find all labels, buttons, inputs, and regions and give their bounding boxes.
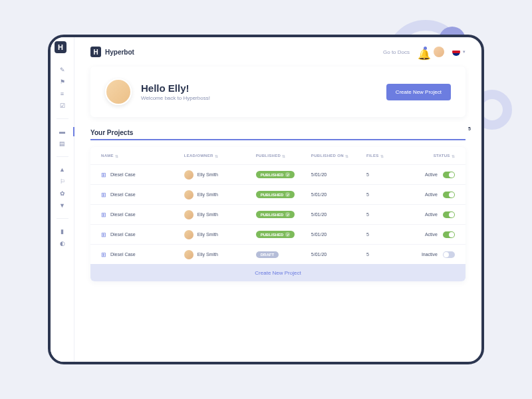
- published-date: 5/01/20: [311, 232, 366, 237]
- col-status[interactable]: STATUS⇅: [400, 154, 455, 158]
- published-date: 5/01/20: [311, 212, 366, 217]
- language-selector[interactable]: ▾: [452, 48, 466, 56]
- status-toggle[interactable]: [443, 251, 455, 258]
- col-published-on[interactable]: PUBLISHED ON⇅: [311, 154, 366, 158]
- topbar: H Hyperbot Go to Docs 🔔 ▾: [90, 47, 466, 57]
- check-icon: ✓: [285, 212, 290, 217]
- published-date: 5/01/20: [311, 192, 366, 197]
- project-name: Diesel Case: [110, 172, 136, 177]
- welcome-subtitle: Welcome back to Hyperboss!: [141, 95, 210, 101]
- chevron-down-icon: ▾: [463, 49, 466, 55]
- group-icon[interactable]: ⚐: [59, 178, 66, 185]
- status-toggle[interactable]: [443, 192, 455, 198]
- settings-icon[interactable]: ✿: [59, 190, 66, 197]
- project-icon: ⊞: [101, 172, 106, 178]
- project-icon: ⊞: [101, 251, 106, 258]
- filter-icon[interactable]: ▼: [59, 202, 66, 209]
- status-text: Active: [425, 232, 438, 237]
- files-count: 5: [366, 232, 400, 237]
- table-row[interactable]: ⊞Diesel CaseElly SmithPUBLISHED✓5/01/205…: [90, 224, 466, 244]
- status-text: Active: [425, 192, 438, 197]
- check-icon: ✓: [285, 192, 290, 197]
- nav-divider: [57, 156, 68, 157]
- published-date: 5/01/20: [311, 252, 366, 257]
- sidebar: ✎ ⚑ ≡ ☑ ▬ ▤ ▲ ⚐ ✿ ▼ ▮ ◐: [51, 37, 74, 362]
- notifications-icon[interactable]: 🔔: [418, 48, 426, 56]
- section-title-text: Your Projects: [90, 129, 133, 136]
- status-toggle[interactable]: [443, 231, 455, 238]
- briefcase-icon[interactable]: ▬: [59, 128, 66, 135]
- edit-icon[interactable]: ✎: [59, 66, 66, 73]
- sort-icon: ⇅: [452, 154, 455, 158]
- col-name[interactable]: NAME⇅: [101, 154, 184, 158]
- section-title: Your Projects5: [90, 129, 466, 140]
- owner-avatar: [184, 250, 194, 259]
- files-count: 5: [366, 252, 400, 257]
- files-count: 5: [366, 212, 400, 217]
- brand-badge: H: [90, 47, 101, 57]
- share-icon[interactable]: ⚑: [59, 78, 66, 85]
- table-header: NAME⇅ LEAD/OWNER⇅ PUBLISHED⇅ PUBLISHED O…: [90, 147, 466, 164]
- notification-dot: [424, 47, 427, 50]
- help-icon[interactable]: ◐: [59, 240, 66, 247]
- user-icon[interactable]: ▲: [59, 166, 66, 173]
- status-toggle[interactable]: [443, 211, 455, 218]
- status-badge: PUBLISHED✓: [256, 191, 295, 198]
- status-badge: PUBLISHED✓: [256, 231, 295, 238]
- project-icon: ⊞: [101, 231, 106, 238]
- table-row[interactable]: ⊞Diesel CaseElly SmithPUBLISHED✓5/01/205…: [90, 204, 466, 224]
- table-row[interactable]: ⊞Diesel CaseElly SmithDRAFT5/01/205Inact…: [90, 244, 466, 264]
- status-badge: DRAFT: [256, 251, 279, 258]
- table-row[interactable]: ⊞Diesel CaseElly SmithPUBLISHED✓5/01/205…: [90, 184, 466, 204]
- create-project-footer[interactable]: Create New Project: [90, 264, 466, 281]
- owner-avatar: [184, 170, 194, 180]
- owner-avatar: [184, 210, 194, 219]
- owner-name: Elly Smith: [198, 172, 218, 177]
- col-published[interactable]: PUBLISHED⇅: [256, 154, 311, 158]
- create-project-button[interactable]: Create New Project: [386, 84, 451, 100]
- table-row[interactable]: ⊞Diesel CaseElly SmithPUBLISHED✓5/01/205…: [90, 164, 466, 184]
- project-count: 5: [468, 126, 471, 131]
- col-lead[interactable]: LEAD/OWNER⇅: [184, 154, 256, 158]
- sort-icon: ⇅: [115, 154, 118, 158]
- project-icon: ⊞: [101, 192, 106, 198]
- status-badge: PUBLISHED✓: [256, 171, 295, 178]
- owner-name: Elly Smith: [198, 232, 218, 237]
- app-logo-badge: H: [55, 41, 66, 53]
- main-content: H Hyperbot Go to Docs 🔔 ▾ Hello Elly! We…: [74, 37, 481, 362]
- status-text: Active: [425, 212, 438, 217]
- files-count: 5: [366, 192, 400, 197]
- check-icon[interactable]: ☑: [59, 102, 66, 109]
- project-name: Diesel Case: [110, 192, 136, 197]
- welcome-title: Hello Elly!: [141, 82, 210, 94]
- nav-divider: [57, 218, 68, 219]
- owner-name: Elly Smith: [198, 192, 218, 197]
- status-text: Inactive: [422, 252, 438, 257]
- sort-icon: ⇅: [282, 154, 285, 158]
- files-count: 5: [366, 172, 400, 177]
- docs-link[interactable]: Go to Docs: [383, 49, 410, 55]
- status-toggle[interactable]: [443, 172, 455, 178]
- status-badge: PUBLISHED✓: [256, 211, 295, 218]
- user-avatar[interactable]: [434, 47, 444, 57]
- brand-name: Hyperbot: [105, 49, 134, 56]
- owner-avatar: [184, 230, 194, 239]
- col-files[interactable]: FILES⇅: [366, 154, 400, 158]
- project-name: Diesel Case: [110, 252, 136, 257]
- owner-name: Elly Smith: [198, 212, 218, 217]
- check-icon: ✓: [285, 232, 290, 237]
- sort-icon: ⇅: [345, 154, 348, 158]
- app-frame: ✎ ⚑ ≡ ☑ ▬ ▤ ▲ ⚐ ✿ ▼ ▮ ◐ H Hyperbot: [48, 35, 484, 364]
- check-icon: ✓: [285, 172, 290, 177]
- list-icon[interactable]: ≡: [59, 90, 66, 97]
- projects-table: NAME⇅ LEAD/OWNER⇅ PUBLISHED⇅ PUBLISHED O…: [90, 147, 466, 281]
- owner-avatar: [184, 190, 194, 200]
- nav-divider: [57, 118, 68, 119]
- document-icon[interactable]: ▤: [59, 140, 66, 147]
- user-avatar-large: [105, 78, 132, 105]
- battery-icon[interactable]: ▮: [59, 228, 66, 235]
- owner-name: Elly Smith: [198, 252, 218, 257]
- welcome-banner: Hello Elly! Welcome back to Hyperboss! C…: [90, 66, 466, 117]
- sort-icon: ⇅: [215, 154, 218, 158]
- project-icon: ⊞: [101, 211, 106, 218]
